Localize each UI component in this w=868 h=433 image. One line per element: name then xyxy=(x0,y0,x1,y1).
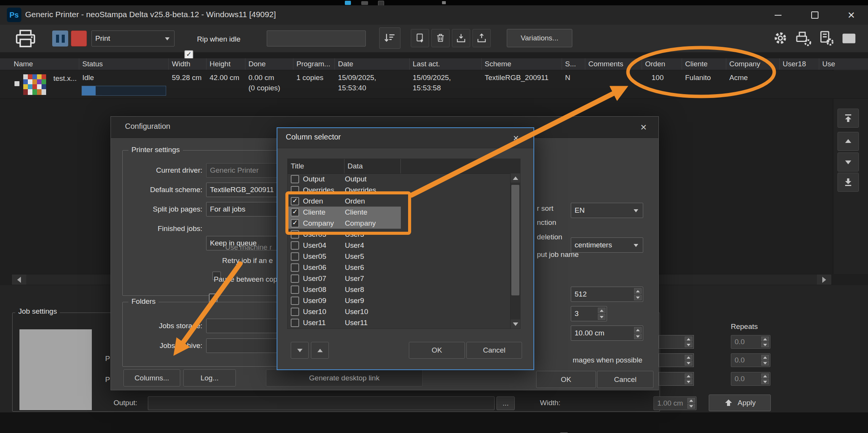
column-row[interactable]: Output Output xyxy=(288,173,401,184)
queue-column-header[interactable]: Height xyxy=(207,58,245,70)
columns-button[interactable]: Columns... xyxy=(123,369,180,386)
queue-column-header[interactable]: Date xyxy=(335,58,410,70)
data-column-header[interactable]: Data xyxy=(344,159,401,173)
column-visible-checkbox[interactable] xyxy=(291,197,299,205)
rip-when-idle-checkbox[interactable] xyxy=(184,50,193,59)
retry-job-checkbox[interactable] xyxy=(209,293,218,302)
queue-column-header[interactable]: Use xyxy=(819,58,868,70)
spinner[interactable] xyxy=(685,355,692,366)
spinner[interactable] xyxy=(685,337,692,347)
queue-column-header[interactable]: User18 xyxy=(780,58,819,70)
width-spinner[interactable] xyxy=(687,398,695,409)
cm-value-input[interactable]: 10.00 cm xyxy=(571,326,643,341)
move-to-top-button[interactable] xyxy=(838,109,859,128)
pause-button[interactable] xyxy=(52,30,68,47)
column-selector-scrollbar[interactable] xyxy=(510,173,520,329)
column-row[interactable]: Company Company xyxy=(288,218,401,229)
move-up-button[interactable] xyxy=(838,132,859,151)
repeat-input[interactable]: 0.0 xyxy=(731,372,770,386)
add-job-button[interactable] xyxy=(411,29,429,47)
spinner-up-icon[interactable] xyxy=(687,398,695,403)
column-visible-checkbox[interactable] xyxy=(291,230,299,239)
print-mode-select[interactable]: Print xyxy=(91,30,175,47)
column-visible-checkbox[interactable] xyxy=(291,241,299,250)
settings-gear-button[interactable] xyxy=(772,30,789,47)
column-visible-checkbox[interactable] xyxy=(291,319,299,327)
close-button[interactable]: × xyxy=(839,5,863,25)
column-visible-checkbox[interactable] xyxy=(291,263,299,272)
delete-job-button[interactable] xyxy=(431,29,450,47)
configuration-close-button[interactable]: × xyxy=(634,119,653,136)
spinner[interactable] xyxy=(761,374,769,384)
width-input[interactable]: 1.00 cm xyxy=(653,396,697,410)
queue-column-header[interactable]: S... xyxy=(562,58,585,70)
scroll-left-button[interactable] xyxy=(12,274,26,285)
panel-toggle-button[interactable] xyxy=(841,30,857,47)
column-visible-checkbox[interactable] xyxy=(291,274,299,283)
queue-column-header[interactable]: Comments xyxy=(585,58,642,70)
column-visible-checkbox[interactable] xyxy=(291,186,299,194)
queue-column-header[interactable]: Done xyxy=(245,58,293,70)
export-job-button[interactable] xyxy=(472,29,491,47)
filename-input[interactable] xyxy=(267,30,366,47)
column-visible-checkbox[interactable] xyxy=(291,175,299,183)
column-selector-close-button[interactable]: × xyxy=(507,130,525,146)
column-row[interactable]: User10 User10 xyxy=(288,306,401,317)
column-row[interactable]: User11 User11 xyxy=(288,317,401,328)
column-row[interactable]: User06 User6 xyxy=(288,262,401,273)
column-visible-checkbox[interactable] xyxy=(291,297,299,305)
queue-column-header[interactable]: Company xyxy=(726,58,780,70)
move-column-up-button[interactable] xyxy=(311,342,329,359)
queue-column-header[interactable]: Status xyxy=(79,58,169,70)
output-input[interactable] xyxy=(148,396,495,410)
column-row[interactable]: User07 User7 xyxy=(288,273,401,284)
import-job-button[interactable] xyxy=(452,29,470,47)
spinner-down-icon[interactable] xyxy=(687,404,695,409)
generate-desktop-link-button[interactable]: Generate desktop link xyxy=(266,369,423,386)
selector-cancel-button[interactable]: Cancel xyxy=(466,342,522,359)
column-row[interactable]: User05 User5 xyxy=(288,251,401,262)
log-button[interactable]: Log... xyxy=(183,369,236,386)
config-cancel-button[interactable]: Cancel xyxy=(597,371,653,388)
sort-jobs-button[interactable] xyxy=(379,27,400,49)
small-value-input[interactable]: 3 xyxy=(571,306,607,321)
column-visible-checkbox[interactable] xyxy=(291,308,299,316)
queue-column-header[interactable]: Orden xyxy=(642,58,682,70)
column-row[interactable]: User04 User4 xyxy=(288,240,401,251)
column-visible-checkbox[interactable] xyxy=(291,252,299,261)
spinner[interactable] xyxy=(634,288,642,300)
config-ok-button[interactable]: OK xyxy=(536,371,596,388)
cut-number-input[interactable] xyxy=(659,353,694,367)
scrollbar-thumb[interactable] xyxy=(511,185,519,295)
column-visible-checkbox[interactable] xyxy=(291,219,299,228)
cut-number-input[interactable] xyxy=(659,372,694,386)
move-down-button[interactable] xyxy=(838,152,859,172)
queue-column-header[interactable]: Width xyxy=(169,58,207,70)
job-thumbnail[interactable] xyxy=(23,74,46,95)
stop-button[interactable] xyxy=(71,30,87,47)
column-row[interactable]: Overrides Overrides xyxy=(288,184,401,196)
job-row[interactable]: test.x... Idle 59.28 cm 42.00 cm 0.00 cm… xyxy=(0,71,868,99)
queue-column-header[interactable]: Name xyxy=(0,58,79,70)
column-row[interactable]: Cliente Cliente xyxy=(288,207,401,218)
spinner[interactable] xyxy=(761,355,769,366)
queue-column-header[interactable]: Cliente xyxy=(682,58,726,70)
language-select[interactable]: EN xyxy=(571,203,643,218)
spinner[interactable] xyxy=(634,327,642,339)
cut-number-input[interactable] xyxy=(659,335,694,349)
column-row[interactable]: Orden Orden xyxy=(288,196,401,207)
printer-settings-button[interactable] xyxy=(795,30,812,47)
max-value-input[interactable]: 512 xyxy=(571,287,643,302)
column-visible-checkbox[interactable] xyxy=(291,208,299,216)
spinner[interactable] xyxy=(761,337,769,347)
queue-column-header[interactable]: Scheme xyxy=(482,58,562,70)
column-row[interactable]: User08 User8 xyxy=(288,284,401,295)
move-column-down-button[interactable] xyxy=(291,342,309,359)
maximize-button[interactable] xyxy=(802,5,827,25)
job-select-checkbox[interactable] xyxy=(14,81,19,86)
move-to-bottom-button[interactable] xyxy=(838,173,859,192)
repeat-input[interactable]: 0.0 xyxy=(731,353,770,367)
selector-ok-button[interactable]: OK xyxy=(409,342,465,359)
column-visible-checkbox[interactable] xyxy=(291,285,299,294)
scroll-right-button[interactable] xyxy=(817,274,831,285)
